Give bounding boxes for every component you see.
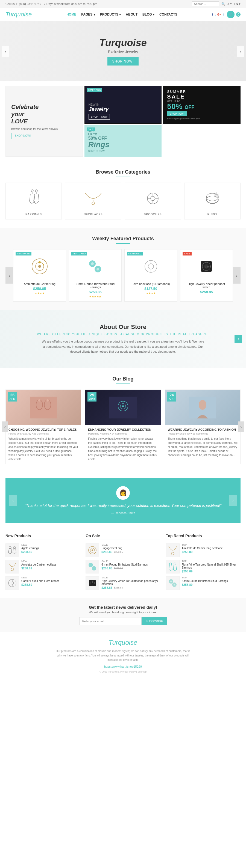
blog-post-1-title: CHOOSING WEDDING JEWELRY: TOP 3 RULES (8, 428, 78, 431)
on-sale-1-image (86, 544, 99, 557)
nav-products[interactable]: PRODUCTS ▾ (100, 12, 121, 17)
category-necklaces[interactable]: NECKLACES (65, 183, 121, 219)
svg-marker-49 (8, 549, 12, 554)
new-product-2-image (5, 560, 19, 574)
blog-post-3-excerpt: There is nothing that brings a smile to … (168, 437, 238, 457)
new-product-1[interactable]: NEW Agate earrings $258.89 (5, 544, 80, 557)
category-brooches[interactable]: BROOCHES (125, 183, 181, 219)
rings-discount: 50% OFF (88, 136, 158, 141)
new-products-title: New Products (5, 534, 80, 540)
currency-select[interactable]: $ ▾ (227, 2, 231, 6)
promo-celebrate-button[interactable]: SHOP NOW! (11, 133, 34, 139)
blog-post-3-meta: Posted by Shara Jay • 26 Comments (168, 432, 238, 435)
blog-prev-button[interactable]: ‹ (2, 422, 8, 432)
blog-post-2[interactable]: 25 APR ENHANCING YOUR JEWELRY COLLECTION… (85, 390, 161, 464)
new-product-1-info: NEW Agate earrings $258.89 (21, 544, 80, 554)
product-4-badge: SALE (183, 252, 192, 255)
hero-next-button[interactable]: › (237, 46, 244, 57)
shipping-text: Free Shipping on orders over $99 (167, 117, 237, 120)
nav-pages[interactable]: PAGES ▾ (81, 12, 95, 17)
testimonial-prev-button[interactable]: ‹ (9, 495, 17, 506)
blog-post-1-meta: Posted by Shara Jay • 26 Comments (8, 432, 78, 435)
jewelry-subtitle: Jewelry (88, 106, 158, 113)
on-sale-product-3[interactable]: SALE High Jewelry watch 18K diamonds pea… (86, 576, 160, 590)
product-3-badge: FEATURED (127, 252, 143, 255)
linkedin-icon[interactable]: in (223, 13, 225, 16)
top-rated-product-2[interactable]: TOP Floral Vine Teardrop Natural Shell .… (166, 560, 241, 574)
top-rated-product-1[interactable]: TOP Amulette de Cartier long necklace $2… (166, 544, 241, 557)
nav-home[interactable]: HOME (66, 12, 76, 17)
hero-section: ‹ Turquoise Exclusive Jewelry SHOP NOW! … (0, 21, 246, 81)
summer-sale-button[interactable]: SHOP NOW! (167, 112, 187, 116)
hero-shop-button[interactable]: SHOP NOW! (107, 57, 139, 65)
newsletter-subtitle: We will send you breaking news right to … (5, 611, 241, 614)
product-2[interactable]: FEATURED 6-mm Round Birthstone Stud Earr… (69, 249, 122, 302)
product-3-price: $127.50 (128, 287, 174, 291)
svg-point-62 (88, 563, 93, 567)
featured-underline (116, 243, 130, 244)
products-next-button[interactable]: › (233, 267, 241, 284)
newsletter-email-input[interactable] (79, 617, 142, 625)
search-icon[interactable]: 🔍 (221, 2, 225, 6)
promo-rings: SALE SALE UP TO 50% OFF Rings SHOP IT NO… (84, 125, 162, 157)
new-product-2[interactable]: NEW Amulette de Cartier necklace $258.89 (5, 560, 80, 574)
product-3[interactable]: FEATURED Love necklace (3 Diamonds) $127… (125, 249, 177, 302)
blog-post-3[interactable]: 24 APR WEARING JEWELRY ACCORDING TO FASH… (165, 390, 241, 464)
on-sale-1-prices: $258.85 $258.85 (102, 550, 160, 554)
svg-point-0 (31, 190, 33, 192)
products-prev-button[interactable]: ‹ (5, 267, 13, 284)
svg-point-28 (97, 268, 99, 271)
top-rated-1-image (166, 544, 180, 557)
on-sale-1-info: SALE Engagement ring $258.85 $258.85 (102, 544, 160, 554)
rings-title: Rings (88, 141, 158, 149)
cart-icon[interactable]: 🛒 (227, 11, 235, 18)
products-track: FEATURED Amulette de Cartier ring $258.8… (13, 249, 233, 302)
promo-celebrate-text: Browse and shop for the latest arrivals. (11, 127, 77, 130)
logo-t: T (5, 11, 9, 18)
testimonial-next-button[interactable]: › (229, 495, 237, 506)
blog-post-1-image: 26 APR (6, 390, 81, 425)
blog-post-3-date: 24 APR (167, 392, 176, 402)
nav-contacts[interactable]: CONTACTS (159, 12, 177, 17)
nav-about[interactable]: ABOUT (126, 12, 137, 17)
product-4[interactable]: SALE 12:00 High Jewelry décor pendant wa… (180, 249, 233, 302)
on-sale-product-1[interactable]: SALE Engagement ring $258.85 $258.85 (86, 544, 160, 557)
new-product-3-image (5, 576, 19, 590)
top-rated-product-3[interactable]: TOP 6-mm Round Birthstone Stud Earrings … (166, 576, 241, 590)
product-1-image (17, 253, 62, 280)
new-products-col: New Products NEW Agate earrings $258.89 (5, 534, 80, 593)
product-1-badge: FEATURED (16, 252, 31, 255)
facebook-icon[interactable]: f (212, 13, 213, 16)
search-input[interactable] (192, 1, 219, 6)
svg-point-52 (11, 568, 13, 571)
product-4-price: $258.85 (184, 290, 229, 294)
svg-point-23 (38, 261, 41, 264)
language-select[interactable]: EN ▾ (234, 2, 241, 6)
blog-post-2-image: 25 APR (85, 390, 160, 425)
on-sale-2-prices: $258.85 $258.85 (102, 567, 160, 570)
category-earrings[interactable]: EARRINGS (5, 183, 62, 219)
google-icon[interactable]: G+ (217, 13, 221, 16)
blog-post-1[interactable]: 26 APR CHOOSING WEDDING JEWELRY: TOP 3 R… (5, 390, 81, 464)
hours-text: 7 Days a week from 8:00 am to 7:00 pm (44, 2, 97, 5)
scroll-up-button[interactable]: ↑ (235, 335, 242, 343)
nav-blog[interactable]: BLOG ▾ (142, 12, 155, 17)
blog-next-button[interactable]: › (238, 422, 244, 432)
categories-underline (116, 177, 130, 177)
on-sale-3-info: SALE High Jewelry watch 18K diamonds pea… (102, 576, 160, 589)
featured-section: Weekly Featured Products ‹ FEATURED Amul… (0, 228, 246, 310)
product-1[interactable]: FEATURED Amulette de Cartier ring $258.8… (13, 249, 66, 302)
new-product-3[interactable]: NEW Cartier Fauna and Flora broach $258.… (5, 576, 80, 590)
jewelry-button[interactable]: SHOP IT NOW (88, 114, 110, 120)
category-rings[interactable]: RINGS (184, 183, 241, 219)
svg-point-16 (214, 194, 219, 197)
site-logo[interactable]: Turquoise (5, 11, 32, 18)
rings-button[interactable]: SHOP IT NOW → (88, 150, 158, 152)
newsletter-subscribe-button[interactable]: SUBSCRIBE (142, 617, 167, 625)
twitter-icon[interactable]: t (215, 13, 215, 16)
svg-point-76 (173, 584, 175, 586)
top-bar-left: Call us +1(800) 2345-6789 7 Days a week … (5, 2, 97, 5)
hero-prev-button[interactable]: ‹ (2, 46, 9, 57)
footer-logo: Turquoise (5, 639, 241, 646)
on-sale-product-2[interactable]: SALE 6-mm Round Birthstone Stud Earrings… (86, 560, 160, 574)
